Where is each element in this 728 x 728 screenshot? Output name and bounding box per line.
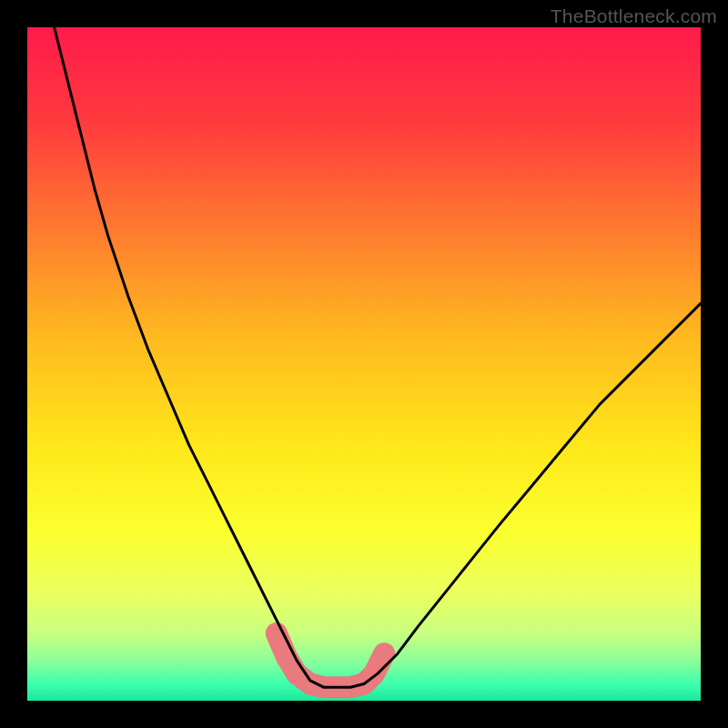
watermark-text: TheBottleneck.com (551, 5, 717, 27)
plot-area (27, 27, 701, 701)
bottleneck-curve (55, 27, 701, 687)
curve-layer (27, 27, 701, 701)
chart-frame: TheBottleneck.com (0, 0, 728, 728)
